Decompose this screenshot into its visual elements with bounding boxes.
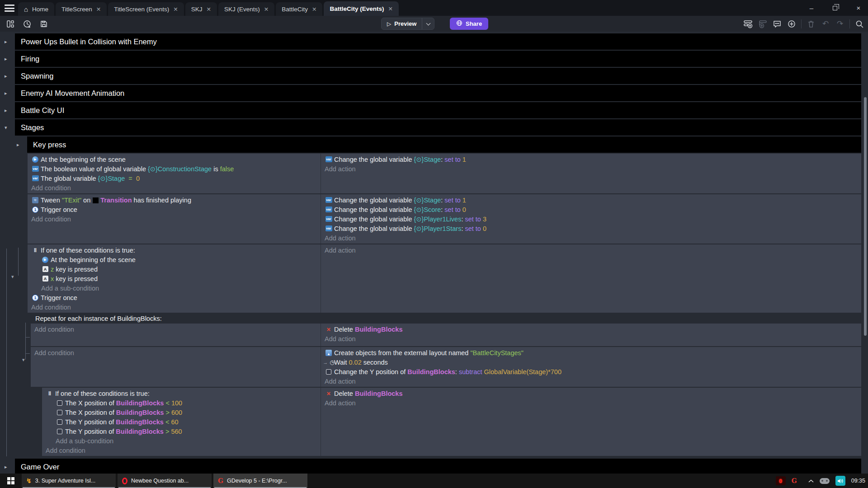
tab-home[interactable]: ⌂Home <box>18 2 54 16</box>
expand-arrow-icon[interactable]: ▸ <box>5 108 15 113</box>
taskbar-task[interactable]: GGDevelop 5 - E:\Progr... <box>213 474 307 488</box>
undo-icon[interactable]: ↶ <box>821 19 830 29</box>
event-row[interactable]: 1Trigger once <box>28 205 321 214</box>
add-placeholder[interactable]: Add condition <box>28 214 321 224</box>
counter-zero-icon[interactable]: 0 <box>776 476 786 485</box>
tab-battlecity-events-[interactable]: BattleCity (Events)✕ <box>324 1 399 16</box>
event-group-label[interactable]: Game Over <box>15 459 861 474</box>
event-row[interactable]: ▲Create objects from the external layout… <box>321 348 861 357</box>
event-row[interactable]: varChange the global variable {⊙}Score: … <box>321 205 861 214</box>
event-row[interactable]: The Y position of BuildingBlocks > 560 <box>42 427 321 436</box>
add-placeholder[interactable]: Add condition <box>31 348 321 357</box>
event-group-label[interactable]: Enemy AI Movement Animation <box>15 85 861 101</box>
trash-icon[interactable] <box>806 19 816 29</box>
close-tab-icon[interactable]: ✕ <box>264 6 269 13</box>
volume-icon[interactable] <box>835 476 845 486</box>
menu-icon[interactable] <box>5 5 14 12</box>
event-row[interactable]: varChange the global variable {⊙}Player1… <box>321 214 861 224</box>
event-group-label[interactable]: Power Ups Bullet in Collision with Enemy <box>15 33 861 50</box>
tab-battlecity[interactable]: BattleCity✕ <box>276 2 322 16</box>
gdevelop-tray-icon[interactable]: G <box>792 477 797 484</box>
redo-icon[interactable]: ↷ <box>835 19 845 29</box>
expand-arrow-icon[interactable]: ▸ <box>5 464 15 470</box>
event-group-label[interactable]: Stages <box>15 119 861 136</box>
minimize-button[interactable]: – <box>807 4 816 12</box>
event-group-row: ▸Enemy AI Movement Animation <box>5 85 861 101</box>
add-placeholder[interactable]: Add action <box>321 376 861 386</box>
event-group-label[interactable]: Key press <box>27 136 861 153</box>
chevron-up-icon[interactable] <box>808 477 814 485</box>
expand-arrow-icon[interactable]: ▸ <box>5 39 15 45</box>
add-circle-icon[interactable] <box>787 19 797 29</box>
search-icon[interactable] <box>854 19 864 29</box>
comment-icon[interactable] <box>772 19 782 29</box>
expand-arrow-icon[interactable]: ▸ <box>5 90 15 96</box>
close-tab-icon[interactable]: ✕ <box>388 5 392 12</box>
preview-button[interactable]: ▷ Preview <box>381 18 434 30</box>
panels-icon[interactable] <box>5 19 15 29</box>
add-placeholder[interactable]: Add action <box>321 334 861 343</box>
close-tab-icon[interactable]: ✕ <box>173 6 178 13</box>
add-event-icon[interactable] <box>743 19 753 29</box>
add-placeholder[interactable]: Add action <box>321 164 861 174</box>
event-row[interactable]: varChange the global variable {⊙}Player1… <box>321 224 861 233</box>
close-tab-icon[interactable]: ✕ <box>312 6 316 13</box>
event-row[interactable]: ▶At the beginning of the scene <box>28 155 321 164</box>
start-button[interactable] <box>0 474 22 488</box>
event-row[interactable]: ‖If one of these conditions is true: <box>42 389 321 398</box>
add-placeholder[interactable]: Add condition <box>31 324 321 334</box>
event-row[interactable]: varThe global variable {⊙}Stage = 0 <box>28 174 321 183</box>
restore-button[interactable] <box>831 4 839 12</box>
add-placeholder[interactable]: Add a sub-condition <box>42 436 321 446</box>
event-row[interactable]: The X position of BuildingBlocks > 600 <box>42 408 321 417</box>
tab-titlescreen[interactable]: TitleScreen✕ <box>56 2 107 16</box>
event-row[interactable]: ▶At the beginning of the scene <box>28 255 321 264</box>
play-icon: ▷ <box>387 21 391 27</box>
add-placeholder[interactable]: Add condition <box>42 446 321 455</box>
event-row[interactable]: varThe boolean value of global variable … <box>28 164 321 174</box>
chevron-down-icon[interactable] <box>422 23 434 25</box>
add-placeholder[interactable]: Add a sub-condition <box>28 283 321 293</box>
event-group-label[interactable]: Firing <box>15 51 861 67</box>
close-tab-icon[interactable]: ✕ <box>206 6 211 13</box>
event-row[interactable]: →◷Wait 0.02 seconds <box>321 357 861 367</box>
vertical-scrollbar[interactable] <box>864 97 867 336</box>
expand-arrow-icon[interactable]: ▸ <box>5 56 15 62</box>
tab-titlescreen-events-[interactable]: TitleScreen (Events)✕ <box>108 2 184 16</box>
history-icon[interactable] <box>22 19 32 29</box>
collapse-arrow-icon[interactable]: ▾ <box>5 125 15 131</box>
event-row[interactable]: varChange the global variable {⊙}Stage: … <box>321 155 861 164</box>
event-row[interactable]: ‖If one of these conditions is true: <box>28 245 321 255</box>
tab-skj-events-[interactable]: SKJ (Events)✕ <box>218 2 274 16</box>
event-row[interactable]: ×Delete BuildingBlocks <box>321 324 861 334</box>
taskbar-task[interactable]: ↯3. Super Adventure Isl... <box>22 474 116 488</box>
add-placeholder[interactable]: Add condition <box>28 302 321 312</box>
expand-arrow-icon[interactable]: ▸ <box>17 142 27 148</box>
add-subevent-icon[interactable] <box>758 19 768 29</box>
event-row[interactable]: ×Delete BuildingBlocks <box>321 389 861 398</box>
add-placeholder[interactable]: Add action <box>321 398 861 408</box>
add-placeholder[interactable]: Add action <box>321 233 861 243</box>
taskbar-task[interactable]: Newbee Question ab... <box>118 474 212 488</box>
event-row[interactable]: The X position of BuildingBlocks < 100 <box>42 398 321 408</box>
share-button[interactable]: Share <box>450 18 488 30</box>
expand-arrow-icon[interactable]: ▸ <box>5 73 15 79</box>
event-row[interactable]: 1Trigger once <box>28 293 321 302</box>
save-icon[interactable] <box>39 19 49 29</box>
event-row[interactable]: Az key is pressed <box>28 264 321 274</box>
event-row[interactable]: ≈Tween "TExit" on Transition has finishe… <box>28 195 321 205</box>
gamepad-icon[interactable] <box>820 478 830 484</box>
event-row[interactable]: Ax key is pressed <box>28 274 321 283</box>
taskbar-clock[interactable]: 09:35 <box>851 478 865 484</box>
event-row[interactable]: The Y position of BuildingBlocks < 60 <box>42 417 321 427</box>
event-row[interactable]: Change the Y position of BuildingBlocks:… <box>321 367 861 376</box>
add-placeholder[interactable]: Add action <box>321 245 861 255</box>
event-row[interactable]: varChange the global variable {⊙}Stage: … <box>321 195 861 205</box>
add-placeholder[interactable]: Add condition <box>28 183 321 192</box>
close-button[interactable]: × <box>854 4 863 12</box>
event-group-label[interactable]: Battle City UI <box>15 102 861 118</box>
close-tab-icon[interactable]: ✕ <box>96 6 101 13</box>
repeat-event-header[interactable]: Repeat for each instance of BuildingBloc… <box>31 314 861 324</box>
tab-skj[interactable]: SKJ✕ <box>185 2 217 16</box>
event-group-label[interactable]: Spawning <box>15 68 861 84</box>
